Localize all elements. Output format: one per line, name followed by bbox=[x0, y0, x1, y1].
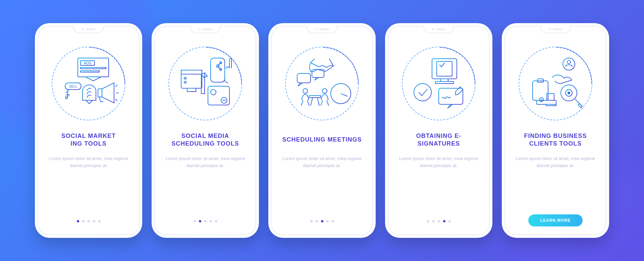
svg-rect-49 bbox=[435, 82, 453, 84]
svg-rect-26 bbox=[297, 73, 311, 83]
svg-text:$: $ bbox=[540, 98, 542, 102]
svg-rect-4 bbox=[80, 71, 99, 72]
screen-desc: Lorem ipsum dolor sit amet, mea regione … bbox=[159, 155, 252, 169]
svg-rect-51 bbox=[439, 88, 463, 104]
svg-point-22 bbox=[211, 90, 216, 95]
svg-rect-34 bbox=[309, 96, 321, 98]
screen-title: SCHEDULING MEETINGS bbox=[279, 132, 365, 148]
svg-rect-14 bbox=[187, 88, 196, 92]
phone-notch bbox=[73, 26, 104, 33]
screen-title: SOCIAL MARKETING TOOLS bbox=[58, 132, 119, 148]
screen-title: FINDING BUSINESS CLIENTS TOOLS bbox=[509, 132, 602, 148]
svg-point-7 bbox=[65, 97, 67, 99]
svg-text:ADS: ADS bbox=[84, 61, 92, 65]
pagination-dots[interactable] bbox=[310, 220, 334, 222]
marketing-icon: ADS SELL bbox=[52, 47, 125, 120]
onboarding-phones: ADS SELL SOCIAL MARKETING TOOLS Lorem ip… bbox=[35, 23, 609, 238]
svg-text:SELL: SELL bbox=[69, 85, 77, 88]
phone-screen-3: SCHEDULING MEETINGS Lorem ipsum dolor si… bbox=[268, 23, 376, 238]
svg-point-66 bbox=[568, 92, 570, 94]
phone-notch bbox=[307, 26, 337, 33]
screen-desc: Lorem ipsum dolor sit amet, mea regione … bbox=[276, 155, 368, 169]
svg-line-36 bbox=[317, 98, 319, 106]
screen-title: OBTAINING E-SIGNATURES bbox=[392, 132, 485, 148]
svg-rect-8 bbox=[181, 70, 202, 88]
phone-screen-4: OBTAINING E-SIGNATURES Lorem ipsum dolor… bbox=[385, 23, 492, 238]
screen-desc: Lorem ipsum dolor sit amet, mea regione … bbox=[42, 155, 135, 169]
svg-rect-54 bbox=[533, 81, 548, 100]
learn-more-button[interactable]: LEARN MORE bbox=[528, 214, 583, 226]
phone-notch bbox=[424, 26, 454, 33]
svg-rect-63 bbox=[546, 104, 556, 106]
svg-line-35 bbox=[311, 98, 313, 106]
phone-screen-5: $ FINDING BUSINESS CLIENTS TOOLS Lorem i… bbox=[502, 23, 609, 238]
esignature-icon bbox=[402, 47, 476, 120]
screen-title: SOCIAL MEDIA SCHEDULING TOOLS bbox=[159, 132, 252, 148]
svg-rect-3 bbox=[80, 67, 106, 69]
svg-point-32 bbox=[303, 89, 308, 93]
svg-point-12 bbox=[184, 81, 186, 83]
phone-screen-1: ADS SELL SOCIAL MARKETING TOOLS Lorem ip… bbox=[35, 23, 142, 238]
pagination-dots[interactable] bbox=[194, 220, 217, 222]
svg-line-39 bbox=[341, 94, 347, 96]
svg-rect-15 bbox=[211, 58, 225, 82]
pagination-dots[interactable] bbox=[77, 220, 101, 222]
svg-point-50 bbox=[414, 84, 431, 101]
phone-screen-2: SOCIAL MEDIA SCHEDULING TOOLS Lorem ipsu… bbox=[152, 23, 259, 238]
meeting-icon bbox=[285, 47, 359, 120]
pagination-dots[interactable] bbox=[427, 220, 451, 222]
social-scheduling-icon bbox=[168, 47, 242, 120]
screen-desc: Lorem ipsum dolor sit amet, mea regione … bbox=[509, 155, 602, 169]
svg-point-33 bbox=[322, 89, 327, 93]
svg-point-10 bbox=[184, 77, 186, 79]
svg-point-53 bbox=[567, 60, 571, 64]
screen-desc: Lorem ipsum dolor sit amet, mea regione … bbox=[392, 155, 485, 169]
phone-notch bbox=[190, 26, 220, 33]
svg-rect-9 bbox=[181, 70, 202, 74]
svg-rect-48 bbox=[441, 79, 448, 82]
clients-icon: $ bbox=[519, 47, 592, 120]
phone-notch bbox=[540, 26, 571, 33]
